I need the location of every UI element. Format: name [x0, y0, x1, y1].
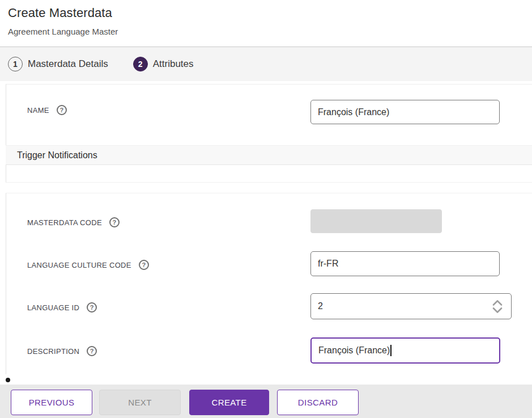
next-button: NEXT	[99, 390, 181, 415]
page-subtitle: Agreement Language Master	[8, 27, 118, 36]
masterdata-code-input	[310, 209, 442, 233]
description-label-group: DESCRIPTION ?	[27, 346, 97, 356]
name-label: NAME	[27, 106, 49, 115]
masterdata-code-help-icon[interactable]: ?	[109, 217, 120, 227]
step-2-label: Attributes	[153, 58, 194, 70]
name-help-icon[interactable]: ?	[57, 105, 67, 115]
discard-button[interactable]: DISCARD	[277, 390, 359, 415]
language-id-label: LANGUAGE ID	[27, 303, 79, 312]
language-culture-code-input[interactable]	[310, 251, 500, 276]
bullet-dot	[6, 378, 10, 382]
language-id-spinner	[491, 294, 504, 319]
name-field-label-group: NAME ?	[27, 105, 67, 115]
language-id-label-group: LANGUAGE ID ?	[27, 302, 97, 313]
step-attributes[interactable]: 2 Attributes	[133, 57, 194, 71]
step-1-label: Masterdata Details	[28, 58, 108, 70]
page-header: Create Masterdata Agreement Language Mas…	[0, 0, 532, 47]
step-2-circle: 2	[133, 57, 148, 71]
description-input[interactable]: François (France)	[310, 337, 500, 364]
name-input[interactable]	[310, 100, 500, 124]
step-1-circle: 1	[8, 57, 23, 71]
description-label: DESCRIPTION	[27, 347, 79, 356]
language-id-field	[310, 293, 512, 319]
language-id-help-icon[interactable]: ?	[87, 302, 97, 313]
page-title: Create Masterdata	[8, 6, 112, 20]
wizard-stepper: 1 Masterdata Details 2 Attributes	[0, 47, 532, 81]
previous-button[interactable]: PREVIOUS	[11, 390, 92, 415]
language-culture-code-label: LANGUAGE CULTURE CODE	[27, 261, 131, 269]
trigger-notifications-title: Trigger Notifications	[17, 150, 97, 161]
chevron-down-icon[interactable]	[492, 307, 503, 313]
step-masterdata-details[interactable]: 1 Masterdata Details	[8, 57, 108, 71]
masterdata-name-panel	[6, 84, 532, 183]
description-help-icon[interactable]: ?	[87, 346, 97, 356]
description-value: François (France)	[318, 345, 390, 356]
language-culture-code-label-group: LANGUAGE CULTURE CODE ?	[27, 260, 149, 270]
masterdata-code-label-group: MASTERDATA CODE ?	[27, 217, 120, 227]
masterdata-code-label: MASTERDATA CODE	[27, 218, 102, 227]
language-culture-code-help-icon[interactable]: ?	[139, 260, 149, 270]
create-button[interactable]: CREATE	[189, 390, 269, 415]
text-cursor	[390, 345, 391, 356]
chevron-up-icon[interactable]	[492, 300, 503, 306]
trigger-notifications-section: Trigger Notifications	[6, 145, 532, 165]
footer-action-bar: PREVIOUS NEXT CREATE DISCARD	[0, 385, 532, 418]
create-masterdata-page: Create Masterdata Agreement Language Mas…	[0, 0, 532, 418]
language-id-input[interactable]	[311, 294, 487, 319]
